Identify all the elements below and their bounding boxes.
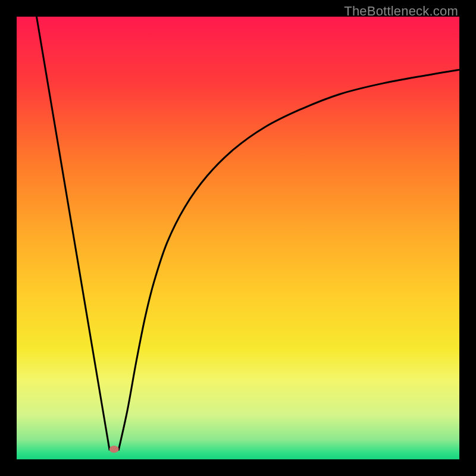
right-curve-line <box>118 70 459 450</box>
marker-dot <box>109 446 119 453</box>
curve-layer <box>17 17 459 459</box>
left-slope-line <box>36 17 109 450</box>
chart-frame: TheBottleneck.com <box>0 0 476 476</box>
watermark-label: TheBottleneck.com <box>344 4 458 19</box>
plot-area <box>17 17 459 459</box>
